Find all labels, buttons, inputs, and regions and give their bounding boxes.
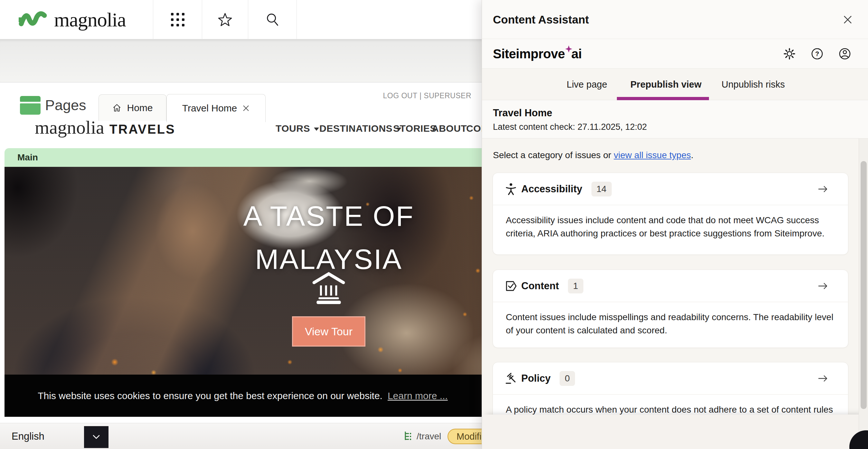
category-description: Content issues include misspellings and … [493, 302, 848, 337]
category-title: Policy [521, 373, 551, 384]
cookie-message: This website uses cookies to ensure you … [38, 390, 382, 401]
arrow-right-icon [817, 373, 829, 383]
home-icon [112, 103, 122, 113]
chevron-down-icon [91, 434, 101, 440]
language-dropdown-button[interactable] [84, 426, 108, 448]
accessibility-icon [505, 183, 517, 195]
screen: magnolia Pages Home [0, 0, 868, 449]
close-panel-icon[interactable] [842, 13, 854, 26]
tab-travel-home[interactable]: Travel Home [166, 94, 266, 122]
page-info-section: Travel Home Latest content check: 27.11.… [482, 100, 868, 139]
nav-about[interactable]: ABOUT [432, 123, 467, 134]
checked-page-name: Travel Home [493, 107, 552, 119]
museum-columns-icon [309, 272, 348, 304]
issue-count-badge: 14 [591, 182, 612, 197]
nav-tours[interactable]: TOURS [276, 123, 319, 134]
settings-button[interactable] [783, 47, 796, 60]
site-logo[interactable]: magnolia TRAVELS [35, 117, 176, 138]
main-area-label: Main [18, 152, 38, 163]
cookie-learn-more-link[interactable]: Learn more ... [388, 390, 448, 401]
panel-title: Content Assistant [493, 0, 589, 39]
language-label[interactable]: English [11, 423, 44, 449]
site-logo-primary: magnolia [35, 117, 104, 138]
category-title: Content [521, 280, 559, 292]
content-tag-icon [505, 280, 517, 292]
favorites-button[interactable] [202, 0, 248, 39]
tab-live-page[interactable]: Live page [567, 69, 607, 100]
open-category-arrow[interactable] [817, 281, 829, 291]
nav-stories[interactable]: STORIES [393, 123, 437, 134]
magnolia-logo-icon [18, 9, 48, 30]
siteimprove-logo-name: Siteimprove [493, 47, 565, 61]
category-card-content: Content 1 Content issues include misspel… [493, 270, 848, 348]
panel-scrollbar-thumb[interactable] [861, 161, 867, 409]
tab-home-label: Home [127, 102, 153, 113]
magnolia-logo: magnolia [18, 0, 126, 39]
issue-count-badge: 1 [568, 279, 583, 293]
chevron-down-icon [314, 127, 319, 131]
category-description: Accessibility issues include content and… [493, 205, 848, 240]
issue-count-badge: 0 [560, 371, 575, 386]
nav-about-label: ABOUT [432, 123, 467, 134]
nav-stories-label: STORIES [393, 123, 437, 134]
page-path: /travel [416, 423, 441, 449]
tab-travel-home-label: Travel Home [182, 103, 237, 114]
siteimprove-brand-row: Siteimprove ai [482, 39, 868, 69]
nav-destinations-label: DESTINATIONS [319, 123, 393, 134]
search-icon [265, 12, 280, 27]
favorites-star-icon [218, 12, 232, 27]
siteimprove-logo: Siteimprove ai [493, 39, 582, 69]
nav-destinations[interactable]: DESTINATIONS [319, 123, 401, 134]
category-card-accessibility: Accessibility 14 Accessibility issues in… [493, 173, 848, 255]
category-card-policy-header[interactable]: Policy 0 [493, 362, 848, 395]
help-icon: ? [811, 47, 824, 60]
view-all-issue-types-link[interactable]: view all issue types [614, 150, 691, 160]
pages-app-icon [20, 96, 40, 115]
category-title: Accessibility [521, 183, 582, 195]
category-card-accessibility-header[interactable]: Accessibility 14 [493, 173, 848, 205]
account-button[interactable] [838, 47, 851, 60]
site-logo-secondary: TRAVELS [110, 122, 176, 137]
app-title: Pages [45, 96, 86, 115]
intro-text: Select a category of issues orview all i… [493, 150, 693, 160]
magnolia-logo-text: magnolia [54, 8, 126, 31]
tree-view-icon [403, 431, 413, 441]
content-assistant-panel: Content Assistant Siteimprove ai [482, 0, 868, 449]
search-button[interactable] [248, 0, 297, 39]
arrow-right-icon [817, 281, 829, 291]
session-logout-link[interactable]: LOG OUT | SUPERUSER [373, 91, 471, 100]
panel-tabs: Live page Prepublish view Unpublish risk… [482, 69, 868, 100]
panel-scrollbar-track[interactable] [859, 139, 868, 432]
policy-gavel-icon [505, 373, 517, 384]
tab-unpublish-risks[interactable]: Unpublish risks [721, 69, 785, 100]
account-icon [838, 47, 851, 60]
panel-footer [482, 415, 868, 449]
tab-prepublish-view[interactable]: Prepublish view [630, 69, 702, 100]
close-tab-icon[interactable] [242, 104, 250, 112]
category-description: A policy match occurs when your content … [493, 395, 848, 416]
nav-tours-label: TOURS [276, 123, 310, 134]
gear-icon [783, 47, 796, 60]
last-content-check: Latest content check: 27.11.2025, 12:02 [493, 122, 647, 132]
intro-text-suffix: . [691, 150, 693, 160]
panel-header: Content Assistant [482, 0, 868, 39]
view-tour-button[interactable]: View Tour [292, 316, 365, 347]
apps-grid-icon [171, 13, 184, 26]
help-button[interactable]: ? [811, 47, 824, 60]
open-category-arrow[interactable] [817, 373, 829, 383]
apps-grid-button[interactable] [153, 0, 202, 39]
intro-text-label: Select a category of issues or [493, 150, 611, 160]
svg-text:?: ? [815, 50, 819, 57]
category-card-content-header[interactable]: Content 1 [493, 270, 848, 302]
arrow-right-icon [817, 184, 829, 194]
active-tab-underline [617, 97, 709, 100]
open-category-arrow[interactable] [817, 184, 829, 194]
siteimprove-logo-suffix: ai [571, 47, 582, 61]
